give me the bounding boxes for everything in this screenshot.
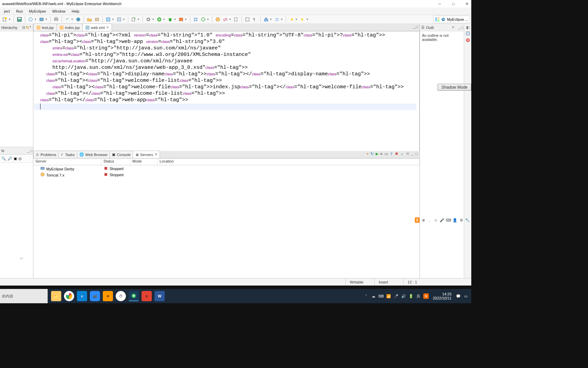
wifi-icon[interactable]: 📶 — [386, 293, 391, 299]
maximize-icon[interactable]: □ — [415, 152, 418, 157]
app-icon-2[interactable] — [116, 16, 122, 23]
col-location[interactable]: Location — [158, 158, 420, 165]
sogou-tray-icon[interactable]: S — [423, 293, 429, 299]
app1-icon[interactable]: ☀ — [103, 291, 113, 301]
app-icon[interactable] — [105, 16, 112, 23]
tray-up-icon[interactable]: ˄ — [363, 293, 369, 299]
deploy-icon[interactable] — [263, 16, 270, 23]
close-tab-icon[interactable]: ✕ — [154, 152, 158, 157]
target-icon[interactable]: ◎ — [18, 156, 22, 161]
tablet-mode-icon[interactable]: ▭ — [463, 293, 469, 299]
tool-icon-2[interactable] — [38, 16, 45, 23]
print-icon[interactable] — [53, 16, 60, 23]
sync-icon[interactable] — [200, 16, 207, 23]
server-icon[interactable] — [274, 16, 280, 23]
person-icon[interactable]: 👤 — [453, 217, 457, 223]
mic-icon[interactable]: 🎤 — [393, 293, 399, 299]
remove-icon[interactable]: ✖ — [395, 152, 398, 157]
minimize-icon[interactable]: _ — [458, 25, 460, 30]
add-icon[interactable]: ＋ — [400, 152, 404, 157]
hierarchy-view-title[interactable]: Hierarchy ⊟ ⇆ ▾ — [0, 24, 33, 31]
external-icon[interactable] — [178, 16, 184, 23]
bottom-left-body[interactable]: ▻ — [0, 163, 33, 278]
menu-run[interactable]: Run — [13, 9, 26, 14]
edge-icon[interactable]: e — [77, 291, 87, 301]
close-tab-icon[interactable]: ✕ — [106, 26, 109, 29]
zoom-out-icon[interactable]: 🔎 — [7, 156, 12, 161]
settings-icon[interactable]: ⚙ — [459, 217, 464, 223]
perspective-switcher[interactable]: M MyEclipse ... — [433, 16, 470, 23]
emoji-icon[interactable]: ☺ — [434, 217, 438, 223]
restore-icon[interactable]: ◧ — [466, 25, 470, 30]
ime-icon[interactable]: 英 — [416, 293, 421, 299]
gear-icon[interactable] — [145, 16, 152, 23]
text-icon[interactable]: ‚ — [427, 217, 432, 223]
tab-problems[interactable]: ⚠Problems — [33, 151, 59, 158]
close-button[interactable]: ✕ — [464, 1, 470, 7]
package-icon[interactable] — [94, 16, 100, 23]
server-row[interactable]: Tomcat 7.x Stopped — [33, 171, 420, 178]
monitor-icon[interactable]: ▭ — [385, 152, 388, 157]
selblock-icon[interactable] — [244, 16, 251, 23]
back-icon[interactable] — [288, 16, 295, 23]
globe-icon[interactable] — [75, 16, 82, 23]
refresh-icon[interactable] — [64, 16, 71, 23]
folder-icon[interactable] — [86, 16, 93, 23]
minimize-icon[interactable]: _ — [411, 152, 413, 157]
code-editor[interactable]: class="hl-pi">class="hl-tag"><?xml versi… — [33, 31, 420, 151]
shadow-mode-button[interactable]: Shadow Mode — [438, 84, 471, 91]
battery-icon[interactable]: 🔋 — [408, 293, 414, 299]
tab-index-jsp[interactable]: index.jsp — [56, 24, 83, 31]
chrome-icon[interactable] — [64, 291, 74, 301]
maximize-editor-icon[interactable]: □ — [416, 25, 418, 29]
zoom-in-icon[interactable]: 🔍 — [1, 156, 6, 161]
close-outline-icon[interactable]: ✕ — [452, 25, 455, 30]
view-icon-2[interactable] — [466, 38, 470, 43]
refresh-icon[interactable]: ↻ — [371, 152, 374, 157]
minimize-icon[interactable]: _ — [27, 149, 29, 153]
system-clock[interactable]: 14:25 2022/10/11 — [431, 292, 454, 300]
word-icon[interactable]: W — [154, 291, 165, 301]
new-icon[interactable] — [1, 16, 8, 23]
bottom-left-view-title[interactable]: ts _ □ — [0, 147, 33, 154]
menu-myeclipse[interactable]: MyEclipse — [26, 9, 49, 14]
play-icon[interactable]: ▶ — [376, 152, 378, 157]
menu-project[interactable]: ject — [1, 9, 13, 14]
plus-icon[interactable]: ⊕ — [421, 217, 426, 223]
wrench-icon[interactable]: 🔧 — [465, 217, 470, 223]
volume-icon[interactable]: 🔊 — [401, 293, 406, 299]
sogou-icon[interactable]: S — [415, 217, 420, 223]
grid-icon[interactable] — [192, 16, 199, 23]
server-row[interactable]: MyEclipse Derby Stopped — [33, 165, 420, 171]
tab-web-xml[interactable]: web.xml ✕ — [82, 24, 112, 31]
onedrive-icon[interactable]: ☁ — [371, 293, 376, 299]
menu-window[interactable]: Window — [49, 9, 68, 14]
zoom-icon[interactable]: 📹 — [90, 291, 100, 301]
myeclipse-app-icon[interactable] — [129, 291, 139, 301]
col-server[interactable]: Server — [33, 158, 101, 165]
filter-icon[interactable]: ⌖ — [366, 152, 369, 157]
hierarchy-body[interactable] — [0, 31, 33, 147]
mic-icon[interactable]: 🎤 — [440, 217, 444, 223]
showws-icon[interactable]: ¶ — [251, 16, 258, 23]
ime-candidate-bar[interactable]: 的内容 — [0, 289, 48, 303]
tab-servers[interactable]: 🖥Servers✕ — [133, 151, 160, 158]
debug-icon[interactable] — [167, 16, 174, 23]
tab-tasks[interactable]: ✓Tasks — [58, 151, 77, 158]
keyboard-icon[interactable]: ⌨ — [446, 217, 451, 223]
menu-icon[interactable]: ▾ — [30, 25, 32, 30]
publish-icon[interactable]: ⇪ — [390, 152, 393, 157]
collapse-icon[interactable]: ⊟ — [22, 25, 25, 30]
notification-icon[interactable]: 💬 — [456, 293, 461, 299]
eraser-icon[interactable] — [222, 16, 229, 23]
new-wizard-icon[interactable] — [130, 16, 137, 23]
todoist-icon[interactable]: ≡ — [142, 291, 152, 301]
save-icon[interactable] — [16, 16, 23, 23]
maximize-icon[interactable]: □ — [461, 25, 463, 30]
tab-console[interactable]: ▣Console — [110, 151, 133, 158]
clean-icon[interactable]: ⟲ — [406, 152, 409, 157]
app2-icon[interactable]: ⏱ — [116, 291, 126, 301]
minimize-editor-icon[interactable]: _ — [413, 25, 415, 29]
menu-help[interactable]: Help — [69, 9, 82, 14]
forward-icon[interactable] — [299, 16, 306, 23]
